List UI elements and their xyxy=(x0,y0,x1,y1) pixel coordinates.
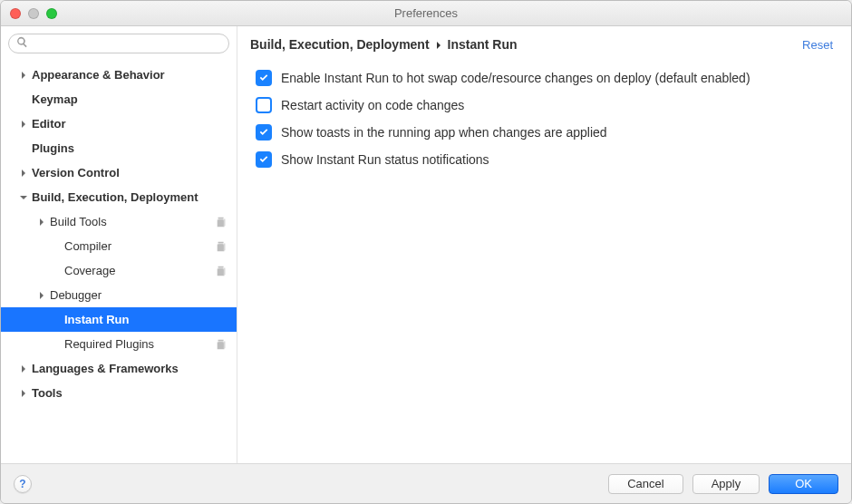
sidebar-item-label: Appearance & Behavior xyxy=(32,68,237,82)
window-minimize-button[interactable] xyxy=(28,8,39,19)
sidebar-item-label: Languages & Frameworks xyxy=(32,362,237,375)
sidebar-item-label: Keymap xyxy=(32,92,237,106)
sidebar-item-label: Build Tools xyxy=(50,215,215,228)
option-row: Show toasts in the running app when chan… xyxy=(250,119,833,146)
help-button[interactable]: ? xyxy=(14,475,32,493)
option-label: Show Instant Run status notifications xyxy=(281,152,489,167)
sidebar-item-label: Editor xyxy=(32,117,237,131)
reset-link[interactable]: Reset xyxy=(802,38,833,52)
copy-icon[interactable] xyxy=(215,240,228,253)
cancel-button[interactable]: Cancel xyxy=(608,474,683,494)
content-pane: Build, Execution, Deployment Instant Run… xyxy=(237,26,851,463)
sidebar-item-label: Build, Execution, Deployment xyxy=(32,190,237,204)
sidebar-item[interactable]: Build, Execution, Deployment xyxy=(1,185,237,209)
window-maximize-button[interactable] xyxy=(46,8,57,19)
traffic-lights xyxy=(10,8,57,19)
chevron-right-icon xyxy=(435,37,442,52)
sidebar-item[interactable]: Coverage xyxy=(1,258,237,283)
sidebar: Appearance & BehaviorKeymapEditorPlugins… xyxy=(1,26,237,463)
sidebar-item[interactable]: Build Tools xyxy=(1,209,237,234)
expand-arrow-icon[interactable] xyxy=(37,291,46,300)
search-wrap xyxy=(1,26,237,63)
sidebar-item[interactable]: Editor xyxy=(1,111,237,136)
apply-button[interactable]: Apply xyxy=(692,474,760,494)
search-field[interactable] xyxy=(8,34,229,53)
checkbox[interactable] xyxy=(256,151,272,168)
breadcrumb-segment: Instant Run xyxy=(448,37,518,52)
sidebar-item-label: Compiler xyxy=(64,239,215,253)
expand-arrow-icon[interactable] xyxy=(37,218,46,227)
window-close-button[interactable] xyxy=(10,8,21,19)
copy-icon[interactable] xyxy=(215,338,228,351)
expand-arrow-icon[interactable] xyxy=(19,71,28,80)
sidebar-item[interactable]: Plugins xyxy=(1,136,237,160)
expand-arrow-icon[interactable] xyxy=(19,169,28,178)
copy-icon[interactable] xyxy=(215,216,228,228)
window-title: Preferences xyxy=(394,6,458,20)
sidebar-item[interactable]: Compiler xyxy=(1,234,237,258)
sidebar-item-label: Debugger xyxy=(50,288,237,302)
sidebar-item[interactable]: Required Plugins xyxy=(1,332,237,356)
option-label: Enable Instant Run to hot swap code/reso… xyxy=(281,71,750,85)
sidebar-item-label: Required Plugins xyxy=(64,337,215,351)
checkbox[interactable] xyxy=(256,97,272,113)
sidebar-item-label: Coverage xyxy=(64,264,215,277)
sidebar-item[interactable]: Tools xyxy=(1,381,237,405)
expand-arrow-icon[interactable] xyxy=(19,364,28,373)
title-bar: Preferences xyxy=(1,1,851,26)
breadcrumb: Build, Execution, Deployment Instant Run xyxy=(250,37,518,52)
search-input[interactable] xyxy=(33,37,221,50)
breadcrumb-segment: Build, Execution, Deployment xyxy=(250,37,430,52)
options-list: Enable Instant Run to hot swap code/reso… xyxy=(250,64,833,173)
footer: ? Cancel Apply OK xyxy=(1,463,851,503)
sidebar-item[interactable]: Appearance & Behavior xyxy=(1,63,237,87)
option-row: Show Instant Run status notifications xyxy=(250,146,833,173)
checkbox[interactable] xyxy=(256,124,272,141)
ok-button[interactable]: OK xyxy=(769,474,838,494)
sidebar-tree: Appearance & BehaviorKeymapEditorPlugins… xyxy=(1,63,237,463)
sidebar-item-label: Tools xyxy=(32,386,237,400)
sidebar-item[interactable]: Debugger xyxy=(1,283,237,307)
expand-arrow-icon[interactable] xyxy=(19,389,28,398)
search-icon xyxy=(16,36,28,51)
checkbox[interactable] xyxy=(256,70,272,86)
sidebar-item-label: Plugins xyxy=(32,141,237,155)
expand-arrow-icon[interactable] xyxy=(19,120,28,129)
help-icon: ? xyxy=(19,478,25,490)
sidebar-item-label: Instant Run xyxy=(64,313,237,326)
copy-icon[interactable] xyxy=(215,265,228,277)
expand-arrow-icon[interactable] xyxy=(19,193,28,202)
option-row: Restart activity on code changes xyxy=(250,92,833,119)
option-row: Enable Instant Run to hot swap code/reso… xyxy=(250,64,833,92)
option-label: Restart activity on code changes xyxy=(281,98,464,112)
sidebar-item[interactable]: Version Control xyxy=(1,160,237,185)
sidebar-item[interactable]: Keymap xyxy=(1,87,237,111)
sidebar-item-label: Version Control xyxy=(32,166,237,179)
sidebar-item[interactable]: Instant Run xyxy=(1,307,237,332)
option-label: Show toasts in the running app when chan… xyxy=(281,125,607,140)
sidebar-item[interactable]: Languages & Frameworks xyxy=(1,356,237,381)
